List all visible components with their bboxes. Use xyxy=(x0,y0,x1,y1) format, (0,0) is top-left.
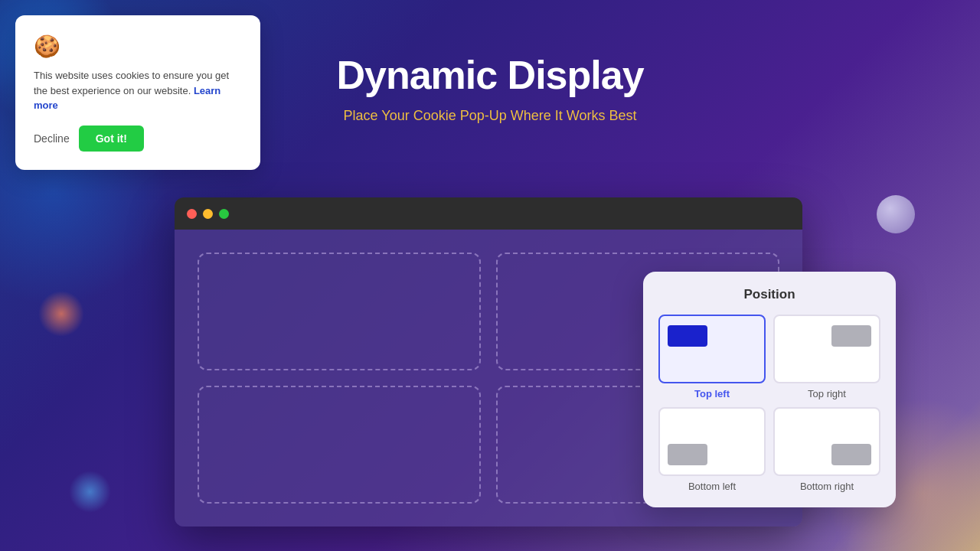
background-blob-small-blue xyxy=(69,471,111,513)
position-panel-title: Position xyxy=(658,287,880,302)
position-label-top-right: Top right xyxy=(808,388,846,399)
position-label-bottom-left: Bottom left xyxy=(688,481,736,492)
position-label-top-left: Top left xyxy=(694,388,730,399)
position-indicator-top-right xyxy=(831,325,871,347)
position-indicator-bottom-right xyxy=(831,444,871,465)
position-option-bottom-left[interactable]: Bottom left xyxy=(658,407,766,492)
traffic-dot-yellow[interactable] xyxy=(203,209,213,219)
position-preview-top-left xyxy=(658,315,766,383)
background-blob-orange xyxy=(38,291,84,337)
cookie-text: This website uses cookies to ensure you … xyxy=(34,68,242,113)
cookie-popup: 🍪 This website uses cookies to ensure yo… xyxy=(15,15,260,170)
position-option-bottom-right[interactable]: Bottom right xyxy=(773,407,880,492)
gotit-button[interactable]: Got it! xyxy=(79,126,144,152)
decline-button[interactable]: Decline xyxy=(34,132,70,145)
cookie-buttons: Decline Got it! xyxy=(34,126,242,152)
position-preview-bottom-right xyxy=(773,407,880,476)
position-indicator-top-left xyxy=(668,325,707,347)
cookie-icon: 🍪 xyxy=(34,34,242,59)
position-preview-top-right xyxy=(773,315,880,383)
position-option-top-right[interactable]: Top right xyxy=(773,315,880,399)
position-grid: Top left Top right Bottom left Bottom ri… xyxy=(658,315,880,492)
browser-titlebar xyxy=(175,197,802,230)
traffic-dot-red[interactable] xyxy=(187,209,197,219)
content-placeholder-bottom-left xyxy=(198,386,481,504)
position-preview-bottom-left xyxy=(658,407,766,476)
position-indicator-bottom-left xyxy=(668,444,707,465)
content-placeholder-top-left xyxy=(198,253,481,370)
traffic-dot-green[interactable] xyxy=(219,209,229,219)
background-sphere xyxy=(877,195,915,233)
position-panel: Position Top left Top right Bottom left … xyxy=(643,272,896,507)
position-option-top-left[interactable]: Top left xyxy=(658,315,766,399)
position-label-bottom-right: Bottom right xyxy=(800,481,854,492)
